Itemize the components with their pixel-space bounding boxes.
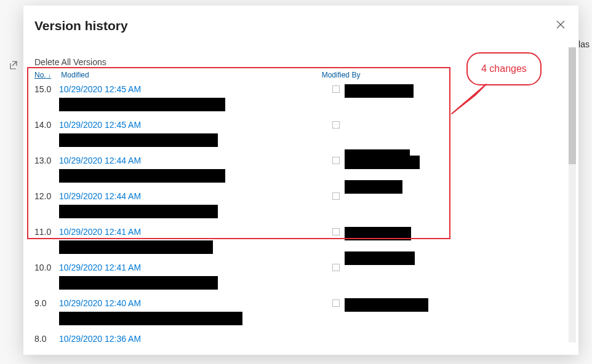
row-checkbox[interactable] — [332, 228, 340, 235]
close-icon — [556, 20, 565, 29]
column-header-modified-by[interactable]: Modified By — [322, 71, 361, 79]
table-row: 15.010/29/2020 12:45 AM — [34, 84, 567, 120]
column-header-no-label: No. — [34, 71, 46, 79]
row-checkbox[interactable] — [332, 299, 340, 307]
table-row: 10.010/29/2020 12:41 AM — [34, 263, 567, 298]
background-partial-text: las — [578, 39, 590, 49]
column-header-modified[interactable]: Modified — [61, 71, 319, 79]
redacted-content — [59, 312, 242, 325]
version-history-dialog: Version history Delete All Versions No. … — [23, 6, 578, 355]
table-row: 14.010/29/2020 12:45 AM — [34, 120, 567, 156]
version-date-link[interactable]: 10/29/2020 12:45 AM — [59, 84, 141, 94]
redacted-user — [345, 180, 402, 194]
redacted-user — [345, 298, 428, 312]
redacted-user — [345, 251, 415, 265]
share-icon — [9, 60, 18, 73]
version-number: 11.0 — [34, 227, 51, 237]
redacted-content — [59, 240, 213, 254]
redacted-content — [59, 205, 218, 218]
row-checkbox[interactable] — [332, 121, 340, 129]
version-number: 15.0 — [34, 84, 51, 94]
version-date-link[interactable]: 10/29/2020 12:40 AM — [59, 298, 141, 308]
version-number: 8.0 — [34, 334, 46, 344]
redacted-user — [345, 84, 414, 98]
version-number: 13.0 — [34, 156, 51, 165]
table-row: 9.010/29/2020 12:40 AM — [34, 298, 567, 334]
version-date-link[interactable]: 10/29/2020 12:44 AM — [59, 191, 141, 201]
version-number: 12.0 — [34, 191, 51, 201]
version-number: 9.0 — [34, 298, 46, 308]
table-row: 11.010/29/2020 12:41 AM — [34, 227, 567, 263]
version-date-link[interactable]: 10/29/2020 12:36 AM — [59, 334, 141, 344]
redacted-content — [59, 169, 225, 183]
version-number: 14.0 — [34, 120, 51, 130]
scrollbar-thumb[interactable] — [569, 47, 576, 164]
redacted-user — [345, 156, 420, 169]
version-date-link[interactable]: 10/29/2020 12:45 AM — [59, 120, 141, 130]
table-row: 12.010/29/2020 12:44 AM — [34, 191, 567, 227]
row-checkbox[interactable] — [332, 157, 340, 164]
sort-descending-icon: ↓ — [48, 72, 51, 79]
redacted-content — [59, 98, 225, 111]
annotation-callout-label: 4 changes — [481, 63, 527, 74]
row-checkbox[interactable] — [332, 264, 340, 271]
table-row: 8.010/29/2020 12:36 AM — [34, 334, 567, 345]
table-row: 13.010/29/2020 12:44 AM — [34, 156, 567, 191]
version-date-link[interactable]: 10/29/2020 12:44 AM — [59, 156, 141, 165]
version-date-link[interactable]: 10/29/2020 12:41 AM — [59, 227, 141, 237]
row-checkbox[interactable] — [332, 85, 340, 93]
dialog-title: Version history — [34, 18, 128, 33]
scrollbar-track[interactable] — [569, 47, 576, 342]
version-date-link[interactable]: 10/29/2020 12:41 AM — [59, 263, 141, 272]
version-table: No. ↓ Modified Modified By 15.010/29/202… — [34, 71, 567, 345]
annotation-callout: 4 changes — [466, 52, 542, 85]
redacted-content — [59, 276, 218, 290]
redacted-content — [59, 133, 218, 147]
version-number: 10.0 — [34, 263, 51, 272]
close-button[interactable] — [553, 17, 569, 35]
column-header-no[interactable]: No. ↓ — [34, 71, 59, 79]
row-checkbox[interactable] — [332, 192, 340, 200]
redacted-user — [345, 227, 411, 240]
